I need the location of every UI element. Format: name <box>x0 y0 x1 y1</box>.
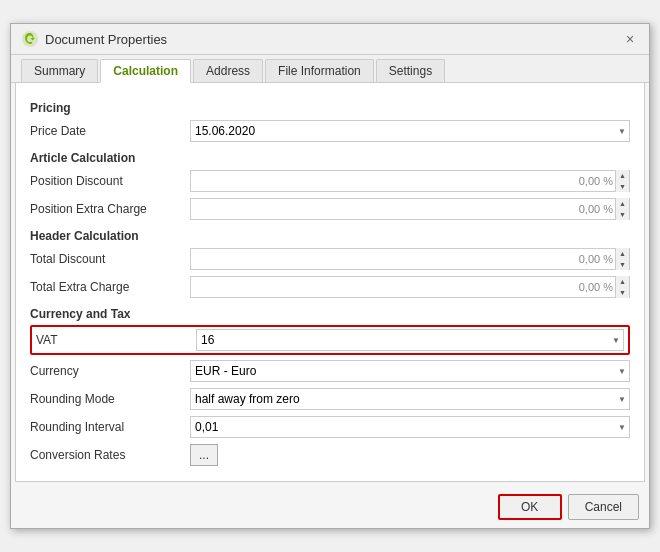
position-discount-input-wrapper: 0,00 % ▲ ▼ <box>190 170 630 192</box>
tab-calculation[interactable]: Calculation <box>100 59 191 83</box>
total-discount-value: 0,00 % <box>579 253 615 265</box>
total-extra-charge-spinners: ▲ ▼ <box>615 276 629 298</box>
position-extra-charge-spinners: ▲ ▼ <box>615 198 629 220</box>
total-extra-charge-input[interactable] <box>191 277 579 297</box>
rounding-interval-label: Rounding Interval <box>30 420 190 434</box>
position-discount-spin-up[interactable]: ▲ <box>616 170 629 181</box>
tab-settings[interactable]: Settings <box>376 59 445 82</box>
pricing-section-label: Pricing <box>30 101 630 115</box>
cancel-button[interactable]: Cancel <box>568 494 639 520</box>
article-calculation-section-label: Article Calculation <box>30 151 630 165</box>
total-discount-input-wrapper: 0,00 % ▲ ▼ <box>190 248 630 270</box>
tab-address[interactable]: Address <box>193 59 263 82</box>
position-extra-charge-label: Position Extra Charge <box>30 202 190 216</box>
position-discount-row: Position Discount 0,00 % ▲ ▼ <box>30 169 630 193</box>
price-date-dropdown[interactable]: 15.06.2020 <box>190 120 630 142</box>
position-discount-value: 0,00 % <box>579 175 615 187</box>
total-extra-charge-spin-down[interactable]: ▼ <box>616 287 629 298</box>
tab-bar: Summary Calculation Address File Informa… <box>11 55 649 83</box>
total-discount-label: Total Discount <box>30 252 190 266</box>
position-discount-spin-down[interactable]: ▼ <box>616 181 629 192</box>
price-date-row: Price Date 15.06.2020 ▼ <box>30 119 630 143</box>
rounding-mode-label: Rounding Mode <box>30 392 190 406</box>
total-extra-charge-label: Total Extra Charge <box>30 280 190 294</box>
tab-summary[interactable]: Summary <box>21 59 98 82</box>
vat-label: VAT <box>36 333 196 347</box>
position-extra-charge-input[interactable] <box>191 199 579 219</box>
rounding-interval-dropdown-wrapper: 0,01 0,05 0,10 1,00 ▼ <box>190 416 630 438</box>
ok-button[interactable]: OK <box>498 494 562 520</box>
rounding-mode-row: Rounding Mode half away from zero half t… <box>30 387 630 411</box>
rounding-interval-dropdown[interactable]: 0,01 0,05 0,10 1,00 <box>190 416 630 438</box>
rounding-interval-row: Rounding Interval 0,01 0,05 0,10 1,00 ▼ <box>30 415 630 439</box>
currency-label: Currency <box>30 364 190 378</box>
rounding-mode-dropdown[interactable]: half away from zero half to even round u… <box>190 388 630 410</box>
close-button[interactable]: × <box>621 30 639 48</box>
price-date-label: Price Date <box>30 124 190 138</box>
price-date-dropdown-wrapper: 15.06.2020 ▼ <box>190 120 630 142</box>
position-extra-charge-value: 0,00 % <box>579 203 615 215</box>
dialog-title: Document Properties <box>45 32 167 47</box>
vat-dropdown-wrapper: 16 19 7 0 ▼ <box>196 329 624 351</box>
currency-row: Currency EUR - Euro USD - US Dollar GBP … <box>30 359 630 383</box>
currency-and-tax-section-label: Currency and Tax <box>30 307 630 321</box>
position-extra-charge-spin-down[interactable]: ▼ <box>616 209 629 220</box>
position-discount-spinners: ▲ ▼ <box>615 170 629 192</box>
title-bar-left: Document Properties <box>21 30 167 48</box>
position-extra-charge-input-wrapper: 0,00 % ▲ ▼ <box>190 198 630 220</box>
currency-dropdown[interactable]: EUR - Euro USD - US Dollar GBP - British… <box>190 360 630 382</box>
content-area: Pricing Price Date 15.06.2020 ▼ Article … <box>15 83 645 482</box>
rounding-mode-dropdown-wrapper: half away from zero half to even round u… <box>190 388 630 410</box>
position-discount-label: Position Discount <box>30 174 190 188</box>
vat-row: VAT 16 19 7 0 ▼ <box>30 325 630 355</box>
title-bar: Document Properties × <box>11 24 649 55</box>
total-discount-row: Total Discount 0,00 % ▲ ▼ <box>30 247 630 271</box>
total-extra-charge-value: 0,00 % <box>579 281 615 293</box>
vat-dropdown[interactable]: 16 19 7 0 <box>196 329 624 351</box>
conversion-rates-button[interactable]: ... <box>190 444 218 466</box>
total-discount-spin-down[interactable]: ▼ <box>616 259 629 270</box>
app-logo-icon <box>21 30 39 48</box>
conversion-rates-label: Conversion Rates <box>30 448 190 462</box>
position-discount-input[interactable] <box>191 171 579 191</box>
total-discount-spin-up[interactable]: ▲ <box>616 248 629 259</box>
total-extra-charge-row: Total Extra Charge 0,00 % ▲ ▼ <box>30 275 630 299</box>
total-discount-spinners: ▲ ▼ <box>615 248 629 270</box>
dialog-footer: OK Cancel <box>11 486 649 528</box>
currency-dropdown-wrapper: EUR - Euro USD - US Dollar GBP - British… <box>190 360 630 382</box>
document-properties-dialog: Document Properties × Summary Calculatio… <box>10 23 650 529</box>
position-extra-charge-spin-up[interactable]: ▲ <box>616 198 629 209</box>
total-discount-input[interactable] <box>191 249 579 269</box>
header-calculation-section-label: Header Calculation <box>30 229 630 243</box>
position-extra-charge-row: Position Extra Charge 0,00 % ▲ ▼ <box>30 197 630 221</box>
total-extra-charge-spin-up[interactable]: ▲ <box>616 276 629 287</box>
conversion-rates-row: Conversion Rates ... <box>30 443 630 467</box>
total-extra-charge-input-wrapper: 0,00 % ▲ ▼ <box>190 276 630 298</box>
tab-file-information[interactable]: File Information <box>265 59 374 82</box>
